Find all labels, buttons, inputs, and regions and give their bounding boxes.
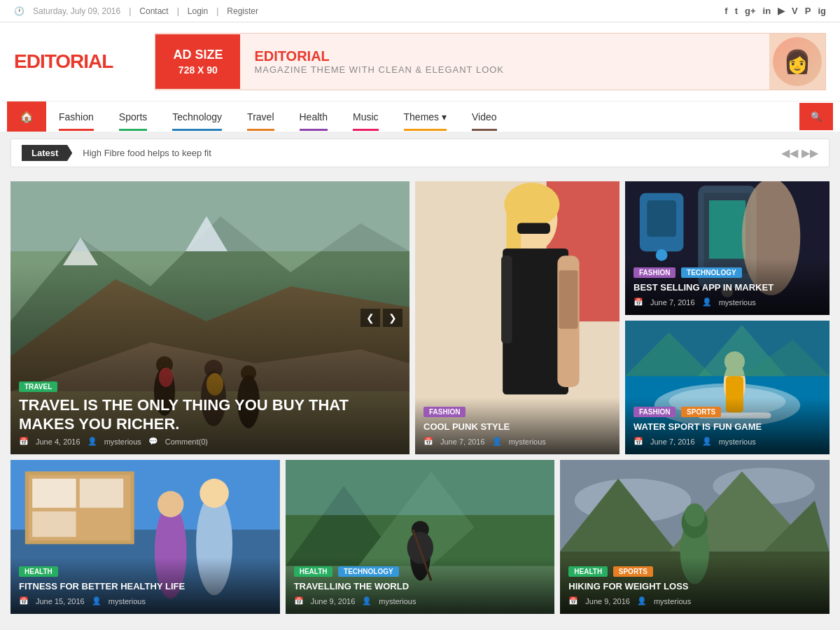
app-title: BEST SELLING APP IN MARKET (634, 282, 821, 294)
app-market-overlay: FASHION TECHNOLOGY BEST SELLING APP IN M… (625, 258, 830, 315)
featured-badge: TRAVEL (19, 382, 57, 392)
facebook-icon[interactable]: f (724, 6, 727, 16)
svg-rect-62 (286, 460, 555, 515)
svg-point-9 (156, 356, 173, 373)
water-author: mysterious (719, 438, 756, 446)
svg-rect-26 (547, 181, 620, 321)
youtube-icon[interactable]: ▶ (778, 6, 785, 16)
water-badge-fashion: FASHION (634, 407, 676, 417)
author-icon6: 👤 (362, 596, 372, 606)
svg-rect-0 (10, 181, 410, 454)
nav-search-button[interactable]: 🔍 (799, 103, 833, 130)
slide-next-button[interactable]: ❯ (383, 309, 402, 327)
register-link[interactable]: Register (227, 6, 258, 16)
svg-rect-49 (29, 475, 131, 541)
punk-author: mysterious (509, 438, 546, 446)
svg-rect-48 (25, 471, 134, 544)
ad-size-box: AD SIZE 728 X 90 (155, 34, 240, 89)
ticker-label: Latest (22, 145, 72, 161)
svg-marker-3 (10, 342, 410, 454)
fitness-author: mysterious (108, 597, 146, 606)
date: Saturday, July 09, 2016 (33, 6, 120, 16)
app-market-article[interactable]: FASHION TECHNOLOGY BEST SELLING APP IN M… (625, 181, 830, 315)
featured-title: TRAVEL IS THE ONLY THING YOU BUY THAT MA… (19, 396, 401, 433)
svg-rect-29 (506, 204, 521, 262)
svg-point-56 (158, 491, 183, 517)
punk-badge: FASHION (424, 407, 465, 417)
water-title: WATER SPORT IS FUN GAME (634, 421, 821, 433)
app-meta: 📅 June 7, 2016 👤 mysterious (634, 298, 821, 307)
nav-themes[interactable]: Themes ▾ (391, 103, 459, 131)
vimeo-icon[interactable]: V (792, 6, 798, 16)
travelling-article[interactable]: HEALTH TECHNOLOGY TRAVELLING THE WORLD 📅… (286, 460, 555, 614)
nav-health[interactable]: Health (287, 103, 340, 131)
svg-point-10 (201, 370, 226, 426)
instagram-icon[interactable]: ig (818, 6, 826, 16)
fitness-date: June 15, 2016 (36, 597, 85, 606)
nav-music[interactable]: Music (340, 103, 391, 131)
calendar-icon6: 📅 (294, 596, 304, 606)
hiking-author: mysterious (654, 597, 691, 606)
slide-prev-button[interactable]: ❮ (360, 309, 380, 327)
googleplus-icon[interactable]: g+ (745, 6, 756, 16)
ticker-prev[interactable]: ◀◀ (781, 146, 798, 160)
featured-comments: Comment(0) (165, 438, 208, 446)
hiking-date: June 9, 2016 (585, 597, 630, 606)
fitness-meta: 📅 June 15, 2016 👤 mysterious (19, 596, 272, 606)
linkedin-icon[interactable]: in (763, 6, 771, 16)
punk-article[interactable]: FASHION COOL PUNK STYLE 📅 June 7, 2016 👤… (415, 181, 620, 454)
svg-point-76 (682, 506, 708, 538)
contact-link[interactable]: Contact (139, 6, 168, 16)
calendar-icon7: 📅 (568, 596, 578, 606)
punk-date: June 7, 2016 (440, 438, 485, 446)
svg-marker-71 (560, 479, 676, 552)
ad-tagline: MAGAZINE THEME WITH CLEAN & ELEGANT LOOK (254, 64, 755, 75)
hiking-article[interactable]: HEALTH SPORTS HIKING FOR WEIGHT LOSS 📅 J… (560, 460, 830, 614)
login-link[interactable]: Login (188, 6, 208, 16)
hiking-badge-health: HEALTH (568, 566, 608, 577)
hiking-overlay: HEALTH SPORTS HIKING FOR WEIGHT LOSS 📅 J… (560, 557, 830, 614)
ad-text: EDITORIAL MAGAZINE THEME WITH CLEAN & EL… (240, 41, 769, 82)
nav-home-button[interactable]: 🏠 (7, 102, 46, 132)
ticker-text: High Fibre food helps to keep fit (83, 148, 781, 158)
featured-article[interactable]: ❮ ❯ TRAVEL TRAVEL IS THE ONLY THING YOU … (10, 181, 410, 454)
author-icon5: 👤 (92, 596, 102, 606)
svg-marker-72 (669, 471, 815, 551)
travelling-author: mysterious (379, 597, 416, 606)
svg-point-13 (241, 365, 256, 381)
nav-sports[interactable]: Sports (106, 103, 160, 131)
twitter-icon[interactable]: t (735, 6, 738, 16)
travelling-overlay: HEALTH TECHNOLOGY TRAVELLING THE WORLD 📅… (286, 557, 555, 614)
svg-rect-7 (10, 181, 410, 251)
slide-navigation: ❮ ❯ (360, 309, 402, 327)
pinterest-icon[interactable]: P (805, 6, 811, 16)
ad-dimensions: 728 X 90 (173, 64, 223, 76)
svg-rect-34 (501, 255, 512, 343)
svg-point-77 (685, 503, 705, 526)
app-author: mysterious (719, 298, 756, 307)
nav-video[interactable]: Video (459, 103, 510, 131)
app-date: June 7, 2016 (650, 298, 695, 307)
author-icon3: 👤 (492, 437, 502, 446)
svg-point-11 (204, 360, 223, 378)
watersport-overlay: FASHION SPORTS WATER SPORT IS FUN GAME 📅… (625, 398, 830, 454)
travelling-date: June 9, 2016 (311, 597, 356, 606)
fitness-badge: HEALTH (19, 566, 58, 577)
svg-rect-31 (557, 255, 579, 387)
svg-point-15 (206, 373, 223, 396)
svg-marker-5 (186, 216, 227, 251)
hiking-title: HIKING FOR WEIGHT LOSS (568, 581, 821, 593)
ticker-next[interactable]: ▶▶ (802, 146, 818, 160)
calendar-icon: 📅 (19, 437, 29, 446)
svg-marker-73 (764, 500, 830, 552)
fitness-article[interactable]: HEALTH FITNESS FOR BETTER HEALTHY LIFE 📅… (10, 460, 280, 614)
nav-technology[interactable]: Technology (160, 103, 234, 131)
nav-travel[interactable]: Travel (234, 103, 286, 131)
nav-fashion[interactable]: Fashion (46, 103, 106, 131)
watersport-article[interactable]: FASHION SPORTS WATER SPORT IS FUN GAME 📅… (625, 321, 830, 454)
comment-icon: 💬 (148, 437, 158, 446)
svg-marker-6 (63, 237, 98, 265)
ad-person-image: 👩 (773, 37, 822, 86)
ticker-navigation: ◀◀ ▶▶ (781, 146, 818, 160)
fitness-title: FITNESS FOR BETTER HEALTHY LIFE (19, 581, 272, 593)
